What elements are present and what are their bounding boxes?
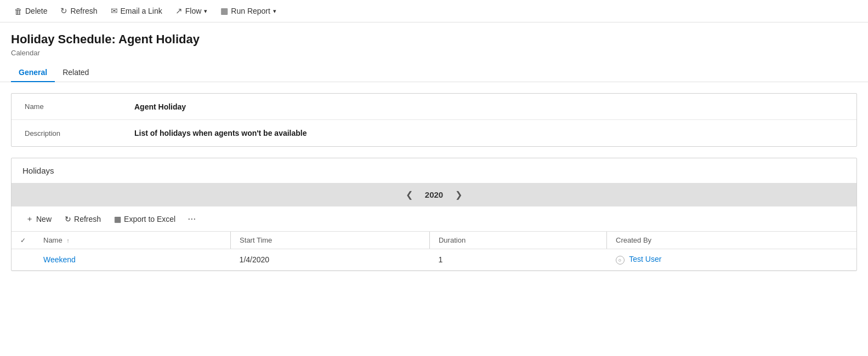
holidays-table: ✓ Name ↑ Start Time Duration Created By bbox=[12, 231, 856, 271]
table-row: Weekend 1/4/2020 1 ○ Test User bbox=[12, 249, 856, 271]
tab-bar: General Related bbox=[0, 64, 868, 82]
more-options-button[interactable]: ··· bbox=[183, 211, 200, 227]
year-label: 2020 bbox=[425, 190, 443, 199]
flow-button[interactable]: ↗ Flow ▾ bbox=[170, 3, 213, 19]
row-duration-cell: 1 bbox=[429, 249, 606, 271]
holidays-refresh-icon: ↻ bbox=[65, 215, 71, 223]
delete-icon: 🗑 bbox=[14, 7, 22, 16]
flow-label: Flow bbox=[185, 7, 202, 15]
flow-icon: ↗ bbox=[175, 6, 183, 16]
year-prev-button[interactable]: ❮ bbox=[402, 188, 416, 201]
row-created-by-cell: ○ Test User bbox=[607, 249, 856, 271]
page-title: Holiday Schedule: Agent Holiday bbox=[11, 32, 857, 47]
col-name-label: Name bbox=[43, 236, 63, 244]
row-start-time-cell: 1/4/2020 bbox=[231, 249, 430, 271]
col-created-by-label: Created By bbox=[616, 236, 651, 244]
holiday-name-link[interactable]: Weekend bbox=[43, 255, 76, 264]
page-header: Holiday Schedule: Agent Holiday Calendar bbox=[0, 22, 868, 57]
refresh-label: Refresh bbox=[70, 7, 97, 15]
sort-asc-icon: ↑ bbox=[66, 237, 70, 244]
holidays-card: Holidays ❮ 2020 ❯ ＋ New ↻ Refresh ▦ Expo… bbox=[11, 158, 857, 271]
holidays-sub-toolbar: ＋ New ↻ Refresh ▦ Export to Excel ··· bbox=[12, 206, 856, 231]
row-name-cell: Weekend bbox=[35, 249, 231, 271]
form-card: Name Agent Holiday Description List of h… bbox=[11, 93, 857, 147]
run-report-label: Run Report bbox=[231, 7, 270, 15]
export-excel-label: Export to Excel bbox=[124, 215, 175, 223]
form-row-name: Name Agent Holiday bbox=[12, 94, 856, 120]
year-nav: ❮ 2020 ❯ bbox=[12, 183, 856, 206]
run-report-button[interactable]: ▦ Run Report ▾ bbox=[215, 3, 282, 19]
refresh-button[interactable]: ↻ Refresh bbox=[55, 3, 103, 19]
check-icon: ✓ bbox=[20, 237, 26, 244]
main-toolbar: 🗑 Delete ↻ Refresh ✉ Email a Link ↗ Flow… bbox=[0, 0, 868, 22]
delete-label: Delete bbox=[25, 7, 47, 15]
tab-related[interactable]: Related bbox=[55, 64, 97, 82]
year-next-button[interactable]: ❯ bbox=[452, 188, 466, 201]
row-check-cell bbox=[12, 249, 35, 271]
main-content: Name Agent Holiday Description List of h… bbox=[0, 82, 868, 282]
col-name-header[interactable]: Name ↑ bbox=[35, 232, 231, 249]
delete-button[interactable]: 🗑 Delete bbox=[9, 4, 53, 19]
email-link-label: Email a Link bbox=[121, 7, 162, 15]
page-subtitle: Calendar bbox=[11, 49, 857, 57]
export-excel-button[interactable]: ▦ Export to Excel bbox=[109, 212, 181, 226]
col-duration-header: Duration bbox=[429, 232, 606, 249]
new-button[interactable]: ＋ New bbox=[20, 211, 57, 227]
new-label: New bbox=[36, 215, 52, 223]
run-report-icon: ▦ bbox=[220, 6, 228, 16]
name-value: Agent Holiday bbox=[134, 102, 186, 111]
description-value: List of holidays when agents won't be av… bbox=[134, 129, 307, 137]
user-avatar-icon: ○ bbox=[616, 256, 625, 265]
created-by-link[interactable]: Test User bbox=[629, 255, 661, 263]
flow-chevron-icon: ▾ bbox=[204, 8, 207, 15]
email-link-button[interactable]: ✉ Email a Link bbox=[105, 3, 168, 19]
name-label: Name bbox=[25, 102, 134, 111]
run-report-chevron-icon: ▾ bbox=[273, 8, 276, 15]
holidays-section-title: Holidays bbox=[12, 158, 856, 183]
col-check: ✓ bbox=[12, 232, 35, 249]
col-duration-label: Duration bbox=[439, 236, 466, 244]
holidays-refresh-label: Refresh bbox=[74, 215, 101, 223]
holidays-refresh-button[interactable]: ↻ Refresh bbox=[59, 212, 106, 226]
export-excel-icon: ▦ bbox=[114, 215, 121, 223]
col-start-time-label: Start Time bbox=[240, 236, 272, 244]
form-row-description: Description List of holidays when agents… bbox=[12, 120, 856, 146]
col-created-by-header: Created By bbox=[607, 232, 856, 249]
description-label: Description bbox=[25, 129, 134, 137]
new-icon: ＋ bbox=[26, 214, 33, 224]
email-icon: ✉ bbox=[111, 6, 118, 16]
col-start-time-header: Start Time bbox=[231, 232, 430, 249]
refresh-icon: ↻ bbox=[60, 6, 67, 16]
tab-general[interactable]: General bbox=[11, 64, 55, 82]
